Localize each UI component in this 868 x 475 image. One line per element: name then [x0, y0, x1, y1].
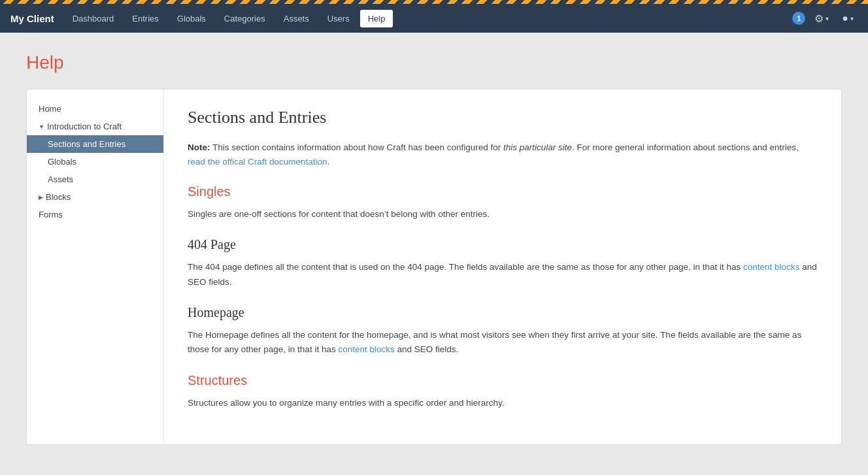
nav-assets[interactable]: Assets	[276, 10, 317, 27]
sidebar-item-assets[interactable]: Assets	[27, 171, 163, 188]
text-structures: Structures allow you to organize many en…	[188, 396, 818, 410]
heading-homepage: Homepage	[188, 305, 818, 320]
sidebar-forms-label: Forms	[39, 210, 63, 220]
user-button[interactable]: ● ▾	[838, 10, 858, 27]
nav-users[interactable]: Users	[320, 10, 358, 27]
content-blocks-link-404[interactable]: content blocks	[743, 262, 799, 272]
sidebar-item-sections-entries[interactable]: Sections and Entries	[27, 135, 163, 153]
note-paragraph: Note: This section contains information …	[188, 140, 818, 169]
note-italic: this particular site	[503, 142, 572, 152]
heading-structures: Structures	[188, 373, 818, 388]
user-icon: ●	[842, 12, 848, 24]
section-homepage: Homepage The Homepage defines all the co…	[188, 305, 818, 357]
expand-icon: ▼	[39, 123, 44, 130]
main-content: Sections and Entries Note: This section …	[164, 90, 841, 444]
navbar-right: 1 ⚙ ▾ ● ▾	[792, 10, 858, 27]
heading-singles: Singles	[188, 184, 818, 199]
note-label: Note:	[188, 142, 210, 152]
settings-chevron-icon: ▾	[826, 15, 829, 22]
sidebar-home-label: Home	[39, 104, 61, 114]
nav-help[interactable]: Help	[360, 10, 393, 27]
expand-blocks-icon: ▶	[39, 194, 43, 201]
content-title: Sections and Entries	[188, 108, 818, 127]
note-period: .	[327, 157, 330, 167]
notification-badge[interactable]: 1	[792, 12, 805, 25]
sidebar-section-blocks[interactable]: ▶ Blocks	[27, 188, 163, 206]
text-homepage: The Homepage defines all the content for…	[188, 328, 818, 357]
sidebar-item-globals[interactable]: Globals	[27, 153, 163, 171]
sidebar-blocks-label: Blocks	[46, 192, 71, 202]
sidebar: Home ▼ Introduction to Craft Sections an…	[27, 90, 164, 444]
sidebar-introduction-label: Introduction to Craft	[47, 122, 122, 131]
gear-icon: ⚙	[814, 12, 824, 25]
content-area: Home ▼ Introduction to Craft Sections an…	[26, 89, 842, 445]
sidebar-sections-entries-label: Sections and Entries	[48, 139, 125, 149]
sidebar-section-introduction[interactable]: ▼ Introduction to Craft	[27, 118, 163, 135]
nav-entries[interactable]: Entries	[124, 10, 166, 27]
user-chevron-icon: ▾	[850, 15, 854, 22]
sidebar-item-forms[interactable]: Forms	[27, 206, 163, 223]
brand-name[interactable]: My Client	[10, 13, 54, 24]
nav-dashboard[interactable]: Dashboard	[65, 10, 122, 27]
sidebar-item-home[interactable]: Home	[27, 100, 163, 118]
section-404: 404 Page The 404 page defines all the co…	[188, 237, 818, 289]
section-singles: Singles Singles are one-off sections for…	[188, 184, 818, 221]
nav-categories[interactable]: Categories	[216, 10, 273, 27]
navbar: My Client Dashboard Entries Globals Cate…	[0, 4, 868, 33]
page-wrapper: Help Home ▼ Introduction to Craft Sectio…	[0, 33, 868, 465]
nav-globals[interactable]: Globals	[169, 10, 214, 27]
note-text2: . For more general information about sec…	[572, 142, 799, 152]
sidebar-globals-label: Globals	[48, 157, 76, 167]
content-blocks-link-homepage[interactable]: content blocks	[338, 344, 394, 354]
heading-404: 404 Page	[188, 237, 818, 252]
note-text1: This section contains information about …	[210, 142, 504, 152]
text-singles: Singles are one-off sections for content…	[188, 207, 818, 221]
text-404: The 404 page defines all the content tha…	[188, 260, 818, 289]
page-title: Help	[26, 52, 842, 73]
note-docs-link[interactable]: read the offical Craft documentation	[188, 157, 327, 167]
settings-button[interactable]: ⚙ ▾	[810, 10, 833, 27]
section-structures: Structures Structures allow you to organ…	[188, 373, 818, 410]
sidebar-assets-label: Assets	[48, 174, 73, 184]
